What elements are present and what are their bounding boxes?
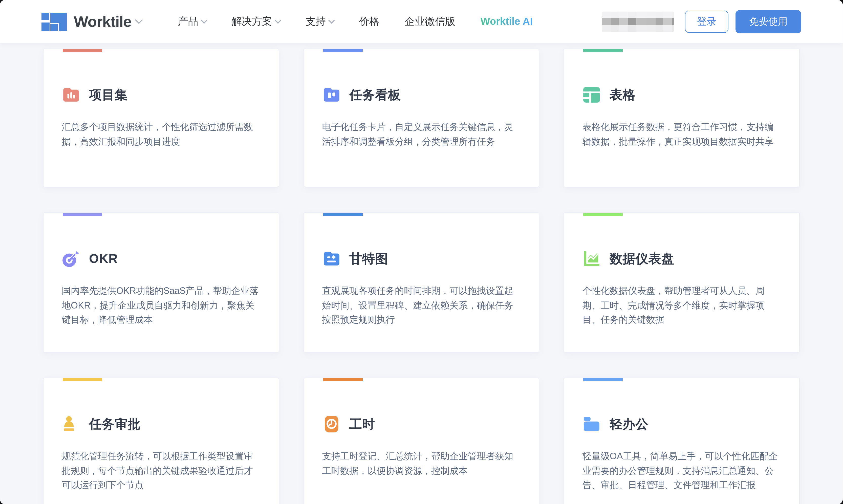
card-title: 任务审批 xyxy=(89,416,141,432)
feature-card-work-hours[interactable]: 工时 支持工时登记、汇总统计，帮助企业管理者获知工时数据，以便协调资源，控制成本 xyxy=(303,378,539,504)
card-description: 个性化数据仪表盘，帮助管理者可从人员、周期、工时、完成情况等多个维度，实时掌握项… xyxy=(582,284,781,327)
chevron-down-icon xyxy=(135,16,143,24)
card-title: 表格 xyxy=(610,87,635,103)
card-title: OKR xyxy=(89,251,118,266)
card-description: 支持工时登记、汇总统计，帮助企业管理者获知工时数据，以便协调资源，控制成本 xyxy=(322,449,521,478)
chevron-down-icon xyxy=(275,17,281,23)
scale-wrapper: Worktile 产品 解决方案 支持 价格 企业微信版 Worktile AI xyxy=(0,0,843,504)
nav-item-support[interactable]: 支持 xyxy=(306,15,334,28)
features-section: 项目集 汇总多个项目数据统计，个性化筛选过滤所需数据，高效汇报和同步项目进度 任… xyxy=(0,43,843,504)
card-accent-bar xyxy=(584,378,623,381)
table-grid-icon xyxy=(582,86,601,104)
feature-card-gantt[interactable]: 甘特图 直观展现各项任务的时间排期，可以拖拽设置起始时间、设置里程碑、建立依赖关… xyxy=(303,212,539,353)
feature-card-light-office[interactable]: 轻办公 轻量级OA工具，简单易上手，可以个性化匹配企业需要的办公管理规则，支持消… xyxy=(564,378,800,504)
nav-right-cluster: 登录 免费使用 xyxy=(602,10,801,33)
feature-card-kanban[interactable]: 任务看板 电子化任务卡片，自定义展示任务关键信息，灵活排序和调整看板分组，分类管… xyxy=(303,49,539,187)
feature-card-table[interactable]: 表格 表格化展示任务数据，更符合工作习惯，支持编辑数据，批量操作，真正实现项目数… xyxy=(564,49,800,187)
nav-item-wechat-work[interactable]: 企业微信版 xyxy=(405,15,455,28)
feature-card-approval[interactable]: 任务审批 规范化管理任务流转，可以根据工作类型设置审批规则，每个节点输出的关键成… xyxy=(43,378,279,504)
portfolio-bar-chart-folder-icon xyxy=(62,86,80,104)
card-accent-bar xyxy=(323,49,362,52)
login-button[interactable]: 登录 xyxy=(685,11,729,33)
feature-card-dashboard[interactable]: 数据仪表盘 个性化数据仪表盘，帮助管理者可从人员、周期、工时、完成情况等多个维度… xyxy=(564,212,800,353)
card-title: 轻办公 xyxy=(610,416,648,432)
card-accent-bar xyxy=(584,213,623,216)
nav-item-worktile-ai[interactable]: Worktile AI xyxy=(481,16,533,27)
card-title: 数据仪表盘 xyxy=(610,250,674,267)
card-description: 汇总多个项目数据统计，个性化筛选过滤所需数据，高效汇报和同步项目进度 xyxy=(62,120,260,149)
kanban-folder-icon xyxy=(322,86,341,104)
gantt-folder-icon xyxy=(322,249,341,268)
nav-menu: 产品 解决方案 支持 价格 企业微信版 Worktile AI xyxy=(178,15,533,28)
worktile-logo-icon xyxy=(41,12,67,31)
target-dart-icon xyxy=(62,249,80,268)
approval-stamp-icon xyxy=(62,415,80,433)
card-accent-bar xyxy=(63,49,102,52)
card-description: 国内率先提供OKR功能的SaaS产品，帮助企业落地OKR，提升企业成员自驱力和创… xyxy=(62,284,260,327)
work-hours-clock-icon xyxy=(322,415,341,433)
nav-item-products[interactable]: 产品 xyxy=(178,15,207,28)
card-title: 项目集 xyxy=(89,87,128,103)
chevron-down-icon xyxy=(328,17,335,23)
top-navbar: Worktile 产品 解决方案 支持 价格 企业微信版 Worktile AI xyxy=(0,0,843,43)
card-accent-bar xyxy=(63,213,102,216)
card-accent-bar xyxy=(323,378,362,381)
card-accent-bar xyxy=(323,213,362,216)
card-title: 工时 xyxy=(349,416,375,432)
logo-wordmark: Worktile xyxy=(74,13,131,30)
worktile-logo[interactable]: Worktile xyxy=(41,12,142,31)
dashboard-line-chart-icon xyxy=(582,249,601,268)
nav-item-pricing[interactable]: 价格 xyxy=(359,15,379,28)
chevron-down-icon xyxy=(201,17,207,23)
features-grid: 项目集 汇总多个项目数据统计，个性化筛选过滤所需数据，高效汇报和同步项目进度 任… xyxy=(43,49,800,504)
card-title: 任务看板 xyxy=(349,87,401,103)
card-accent-bar xyxy=(584,49,623,52)
card-description: 表格化展示任务数据，更符合工作习惯，支持编辑数据，批量操作，真正实现项目数据实时… xyxy=(582,120,781,149)
worktile-homepage: Worktile 产品 解决方案 支持 价格 企业微信版 Worktile AI xyxy=(0,0,843,504)
office-folder-icon xyxy=(582,415,601,433)
free-signup-button[interactable]: 免费使用 xyxy=(736,10,801,33)
card-description: 直观展现各项任务的时间排期，可以拖拽设置起始时间、设置里程碑、建立依赖关系，确保… xyxy=(322,284,521,327)
redacted-phone-mosaic xyxy=(602,12,674,32)
feature-card-okr[interactable]: OKR 国内率先提供OKR功能的SaaS产品，帮助企业落地OKR，提升企业成员自… xyxy=(43,212,279,353)
feature-card-project-portfolio[interactable]: 项目集 汇总多个项目数据统计，个性化筛选过滤所需数据，高效汇报和同步项目进度 xyxy=(43,49,279,187)
card-description: 电子化任务卡片，自定义展示任务关键信息，灵活排序和调整看板分组，分类管理所有任务 xyxy=(322,120,521,149)
card-accent-bar xyxy=(63,378,102,381)
card-description: 轻量级OA工具，简单易上手，可以个性化匹配企业需要的办公管理规则，支持消息汇总通… xyxy=(582,449,781,492)
card-description: 规范化管理任务流转，可以根据工作类型设置审批规则，每个节点输出的关键成果验收通过… xyxy=(62,449,260,492)
card-title: 甘特图 xyxy=(349,250,388,267)
nav-item-solutions[interactable]: 解决方案 xyxy=(232,15,280,28)
